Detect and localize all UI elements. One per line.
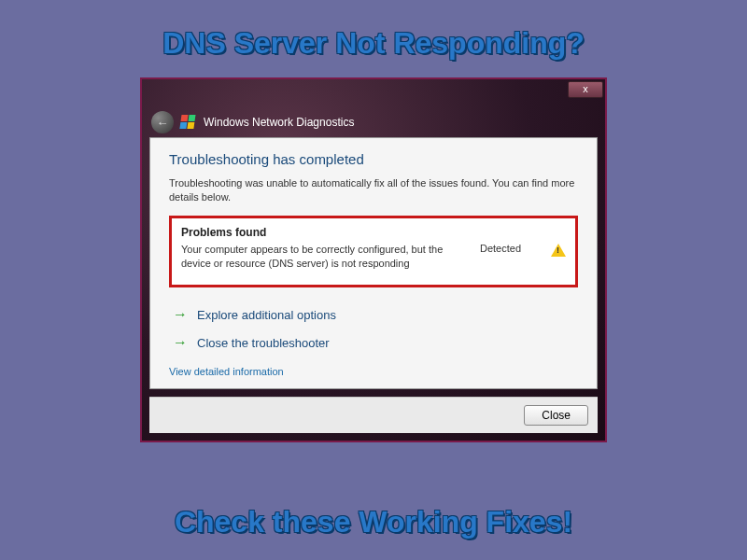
page-subtext: Troubleshooting was unable to automatica… [169, 176, 578, 204]
diagnostics-window: x ← Windows Network Diagnostics Troubles… [140, 77, 607, 442]
banner-top-text: DNS Server Not Responding? [0, 0, 747, 61]
arrow-right-icon: → [173, 306, 188, 323]
banner-bottom-text: Check these Working Fixes! [0, 505, 747, 539]
close-button[interactable]: Close [524, 405, 588, 426]
window-title: Windows Network Diagnostics [204, 116, 354, 129]
back-arrow-icon: ← [157, 116, 169, 130]
content-panel: Troubleshooting has completed Troublesho… [149, 137, 598, 389]
problem-row: Your computer appears to be correctly co… [181, 243, 566, 271]
explore-options-label: Explore additional options [197, 308, 336, 322]
explore-options-link[interactable]: → Explore additional options [169, 301, 578, 329]
footer-bar: Close [149, 397, 598, 433]
titlebar: x [142, 79, 605, 107]
close-troubleshooter-label: Close the troubleshooter [197, 336, 330, 350]
problem-status: Detected [480, 243, 545, 254]
problems-found-box: Problems found Your computer appears to … [169, 216, 578, 288]
view-detailed-info-link[interactable]: View detailed information [169, 366, 284, 377]
close-troubleshooter-link[interactable]: → Close the troubleshooter [169, 329, 578, 357]
titlebar-close-button[interactable]: x [568, 81, 603, 98]
arrow-right-icon: → [173, 334, 188, 351]
windows-flag-icon [181, 115, 196, 130]
warning-icon [551, 244, 566, 257]
back-button[interactable]: ← [151, 111, 174, 133]
page-heading: Troubleshooting has completed [169, 151, 578, 167]
header-strip: ← Windows Network Diagnostics [142, 107, 605, 137]
problems-found-title: Problems found [181, 226, 566, 239]
problem-description: Your computer appears to be correctly co… [181, 243, 480, 271]
